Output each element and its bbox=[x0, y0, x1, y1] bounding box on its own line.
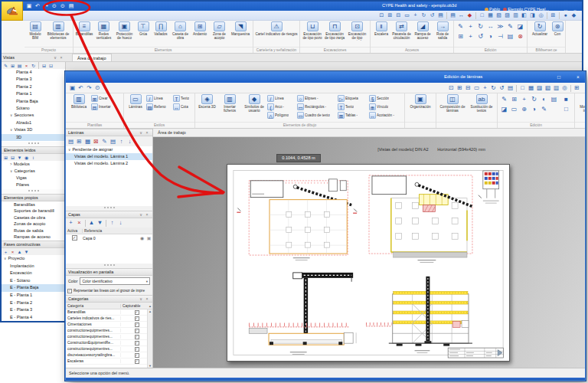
undo-icon[interactable]: ↶ bbox=[34, 2, 41, 10]
capturable-checkbox[interactable]: ✓ bbox=[135, 353, 139, 358]
outline-icon[interactable]: ▥ bbox=[552, 84, 560, 92]
brush-icon[interactable]: ✎ bbox=[539, 105, 549, 113]
ribbon-button-cartel-indicativo-de-riesgos[interactable]: ⚠Cartel indicativo de riesgos bbox=[255, 21, 298, 36]
refresh-icon[interactable]: ↺ bbox=[428, 11, 436, 19]
flag-icon[interactable]: ◆ bbox=[466, 11, 474, 19]
outline-icon[interactable]: ▥ bbox=[511, 11, 520, 19]
panel-resize-grip[interactable] bbox=[28, 190, 39, 193]
ribbon-button-láminas[interactable]: ▭Láminas bbox=[126, 94, 145, 109]
new-sheet-icon[interactable]: ▤ bbox=[67, 138, 75, 146]
rotate-icon[interactable]: ↻ bbox=[529, 95, 539, 103]
capturable-checkbox[interactable]: ✓ bbox=[135, 341, 139, 345]
ribbon-button-caseta-de-obra[interactable]: ⌂Caseta de obra bbox=[171, 21, 190, 40]
chevron-down-icon[interactable]: ∨ bbox=[138, 129, 144, 136]
ribbon-button-modelo-bim[interactable]: ▤Modelo BIM bbox=[26, 21, 44, 40]
globe-icon[interactable]: ● bbox=[561, 11, 570, 19]
save-icon[interactable]: ▣ bbox=[25, 2, 33, 10]
lock-icon[interactable]: ▣ bbox=[145, 234, 152, 242]
category-row-constructionequipmentres[interactable]: constructionequipmentres...✓ bbox=[66, 334, 152, 340]
chevron-down-icon[interactable]: ∨ bbox=[138, 296, 144, 303]
delete-sheet-icon[interactable]: ⊠ bbox=[92, 138, 100, 146]
ribbon-button-tablas[interactable]: ⊞Tablas - bbox=[338, 111, 368, 119]
brush-icon[interactable]: ✎ bbox=[505, 22, 515, 31]
erase-icon[interactable]: ◪ bbox=[515, 22, 525, 31]
category-row-constructionequipmentres[interactable]: constructionequipmentres...✓ bbox=[66, 346, 152, 352]
stretch-icon[interactable]: ↔ bbox=[485, 22, 495, 31]
search-icon[interactable]: ⊙ bbox=[93, 84, 102, 92]
capturable-checkbox[interactable]: ✓ bbox=[135, 335, 139, 339]
ribbon-button-elipses[interactable]: ○Elipses - bbox=[297, 94, 337, 103]
move-down-icon[interactable]: ▼ bbox=[23, 249, 30, 255]
plain-icon[interactable]: □ bbox=[518, 84, 527, 92]
refresh-icon[interactable]: ↺ bbox=[498, 84, 506, 92]
vistas-item-planta-2[interactable]: Planta 2 bbox=[2, 83, 65, 90]
ribbon-button-excavación-de-tipo-vaciado[interactable]: ⊡Excavación de tipo vaciado bbox=[346, 21, 368, 41]
move-icon[interactable]: + bbox=[466, 22, 475, 31]
ribbon-button-línea[interactable]: /Línea bbox=[267, 94, 296, 103]
elementos-propios-item-rampas-de-acceso[interactable]: Rampas de acceso bbox=[2, 234, 65, 240]
undo-icon[interactable]: ↶ bbox=[77, 84, 85, 92]
eye-icon[interactable]: ◉ bbox=[139, 234, 145, 242]
drawing-sheet[interactable] bbox=[227, 164, 510, 362]
ribbon-button-etiqueta[interactable]: ▷Etiqueta bbox=[338, 94, 368, 103]
zoom-icon[interactable]: ⊙ bbox=[51, 2, 58, 10]
ribbon-button-línea[interactable]: /Línea bbox=[146, 94, 172, 103]
ribbon-button-crear[interactable]: ⊞Crear bbox=[91, 94, 122, 103]
import-icon[interactable]: ↑ bbox=[108, 219, 116, 227]
elementos-propios-item-zonas-de-acopio[interactable]: Zonas de acopio bbox=[2, 221, 65, 227]
ribbon-button-polígono[interactable]: △Polígono bbox=[267, 111, 296, 119]
ribbon-button-escalera[interactable]: ‖Escalera bbox=[372, 21, 390, 36]
vistas-item-planta-3[interactable]: Planta 3 bbox=[2, 76, 65, 83]
ribbon-button-barandillas[interactable]: ≡Barandillas bbox=[75, 21, 93, 36]
print-sheet-icon[interactable]: ▤ bbox=[109, 138, 117, 146]
ribbon-button-protección-de-hueco[interactable]: ▣Protección de hueco bbox=[114, 21, 135, 40]
collapse-icon[interactable]: ∨ bbox=[10, 168, 12, 175]
drawing-canvas[interactable]: [Vistas del modelo] DIN A2 Horizontal (5… bbox=[153, 137, 585, 368]
tab-area-de-trabajo[interactable]: Área de trabajo bbox=[72, 54, 112, 61]
laminas-item-vistas-del-modelo-lámina-1[interactable]: Vistas del modelo. Lámina 1 bbox=[66, 153, 152, 160]
move-icon[interactable]: + bbox=[519, 95, 529, 103]
ribbon-button-texto[interactable]: TTexto bbox=[173, 94, 193, 103]
capturable-checkbox[interactable]: ✓ bbox=[135, 347, 139, 352]
elementos-propios-item-soportes-de-barandill[interactable]: Soportes de barandill bbox=[2, 208, 65, 214]
redo-icon[interactable]: ↷ bbox=[85, 84, 93, 92]
section-view-icon[interactable]: ◧ bbox=[520, 11, 528, 19]
sheet-up-icon[interactable]: ↑ bbox=[117, 138, 126, 146]
category-row-constructionequipmentre[interactable]: ConstructionEquipmentRe...✓ bbox=[66, 340, 152, 346]
ribbon-button-rampa-de-acceso[interactable]: ◢Rampa de acceso bbox=[413, 21, 433, 40]
ribbon-button-redes-verticales[interactable]: ▦Redes verticales bbox=[94, 21, 113, 40]
elementos-propios-item-barandillas[interactable]: Barandillas bbox=[2, 201, 65, 208]
copy-icon[interactable]: ⊞ bbox=[509, 95, 519, 103]
zoom-sheet-icon[interactable]: ▭ bbox=[403, 11, 411, 19]
vistas-item-planta-4[interactable]: Planta 4 bbox=[2, 69, 65, 76]
ribbon-button-vallados[interactable]: ∏Vallados bbox=[152, 21, 170, 36]
edit-icon[interactable]: ✎ bbox=[499, 95, 509, 103]
zoom-sheet-icon[interactable]: ▭ bbox=[472, 84, 481, 92]
edit-sheet-icon[interactable]: ✎ bbox=[100, 138, 109, 146]
config-icon[interactable]: ◎ bbox=[537, 11, 545, 19]
delete-icon[interactable]: × bbox=[9, 249, 16, 255]
maximize-icon[interactable]: □ bbox=[554, 74, 564, 81]
chevron-down-icon[interactable]: ∨ bbox=[138, 211, 144, 218]
zoom-window-icon[interactable]: ⊡ bbox=[447, 84, 456, 92]
ribbon-button-grúa[interactable]: ⊤Grúa bbox=[136, 21, 151, 36]
ribbon-button-cuadro-de-texto[interactable]: ▭Cuadro de texto bbox=[297, 111, 337, 119]
vistas-item-secciones[interactable]: ∨Secciones bbox=[2, 112, 65, 119]
ribbon-button-composición-de-láminas[interactable]: ◫Composición de láminas bbox=[438, 94, 467, 113]
expand-icon[interactable]: > bbox=[10, 161, 12, 168]
category-row-barandillas[interactable]: Barandillas✓ bbox=[66, 309, 152, 316]
edit-view-icon[interactable]: ✎ bbox=[2, 63, 9, 69]
expand-all-icon[interactable]: ⊞ bbox=[2, 155, 9, 161]
ribbon-button-cota[interactable]: ↔Cota bbox=[173, 103, 193, 111]
ribbon-button-rectángulos[interactable]: ▭Rectángulos - bbox=[297, 103, 337, 111]
zoom-prev-icon[interactable]: ⊟ bbox=[464, 84, 472, 92]
category-row-discreteaccessoryrailingbra[interactable]: discreteaccessoryrailingbra...✓ bbox=[66, 352, 152, 358]
sheet-down-icon[interactable]: ↓ bbox=[126, 138, 134, 146]
layer-active-checkbox[interactable]: ✓ bbox=[72, 235, 77, 241]
symmetry-icon[interactable]: ◑ bbox=[529, 105, 539, 113]
ribbon-button-zona-de-acopio[interactable]: ▱Zona de acopio bbox=[210, 21, 229, 40]
category-row-cimentaciones[interactable]: Cimentaciones✓ bbox=[66, 322, 152, 328]
trim-icon[interactable]: ⊣ bbox=[495, 32, 505, 41]
save-icon[interactable]: ▣ bbox=[68, 84, 77, 92]
new-view-icon[interactable]: ▤ bbox=[16, 63, 23, 69]
